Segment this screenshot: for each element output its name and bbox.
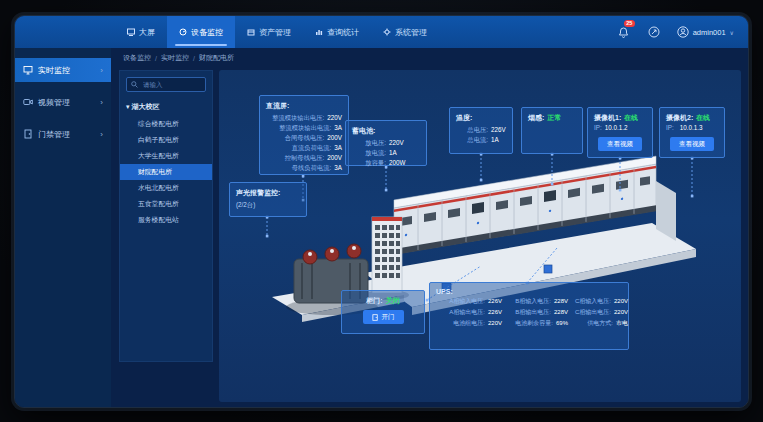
panel-title: 蓄电池: (352, 126, 420, 136)
tab-label: 系统管理 (395, 27, 427, 38)
cabinet-door-panel: 柜门:关闭 开门 (341, 290, 425, 334)
alarm-bell-icon[interactable]: 25 (617, 25, 631, 39)
door-icon (23, 129, 33, 139)
panel-title: 声光报警监控: (236, 188, 300, 198)
view-video-button[interactable]: 查看视频 (670, 137, 714, 151)
search-input[interactable] (141, 80, 201, 89)
tree-item[interactable]: 白鹤子配电所 (120, 132, 212, 148)
field-label: 整流模块输出电压: (266, 113, 324, 123)
panel-title: 直流屏: (266, 101, 342, 111)
field-value: 200W (389, 158, 405, 168)
open-door-button[interactable]: 开门 (363, 310, 404, 324)
field-label: IP: (666, 123, 674, 133)
tab-query-statistics[interactable]: 查询统计 (303, 16, 371, 48)
ups-grid: A相输入电压:226V B相输入电压:228V C相输入电压:220V A相输出… (436, 297, 622, 328)
tab-label: 查询统计 (327, 27, 359, 38)
field-label: 放电流: (352, 148, 386, 158)
room-visualization-canvas: 直流屏: 整流模块输出电压:220V 整流模块输出电流:3A 合闸母线电压:20… (219, 70, 741, 402)
gear-icon (383, 28, 391, 36)
sidebar-item-label: 视频管理 (38, 97, 70, 108)
field-label: 总电流: (456, 135, 488, 145)
field-value: 1A (491, 135, 499, 145)
field-label: 烟感: (528, 113, 544, 123)
tree-item[interactable]: 水电北配电所 (120, 180, 212, 196)
field-value: 226V (488, 308, 502, 317)
field-value: 市电 (616, 319, 628, 328)
field-value: 3A (334, 163, 342, 173)
breadcrumb-item[interactable]: 实时监控 (161, 53, 189, 63)
field-label: 柜门: (366, 296, 382, 306)
field-value: 200V (327, 133, 342, 143)
field-label: B相输出电压: (502, 308, 551, 317)
search-icon (131, 81, 138, 88)
tree-root-node[interactable]: ▾ 湖大校区 (120, 98, 212, 116)
breadcrumb-item[interactable]: 财院配电所 (199, 53, 234, 63)
monitor-icon (179, 28, 187, 36)
realtime-monitor-icon (23, 65, 33, 75)
field-label: A相输出电压: (436, 308, 485, 317)
sidebar-item-label: 实时监控 (38, 65, 70, 76)
tab-system-management[interactable]: 系统管理 (371, 16, 439, 48)
tree-search-box (126, 77, 206, 92)
tab-device-monitoring[interactable]: 设备监控 (167, 16, 235, 48)
status-badge: 在线 (696, 113, 710, 123)
fullscreen-icon[interactable] (647, 25, 661, 39)
field-label: 电池组电压: (436, 319, 485, 328)
tab-dashboard[interactable]: 大屏 (115, 16, 167, 48)
button-label: 开门 (382, 313, 395, 322)
field-value: 220V (614, 308, 628, 317)
left-sidebar: 实时监控 › 视频管理 › 门禁管理 › (15, 48, 111, 407)
field-label: A相输入电压: (436, 297, 485, 306)
view-video-button[interactable]: 查看视频 (598, 137, 642, 151)
dc-screen-panel: 直流屏: 整流模块输出电压:220V 整流模块输出电流:3A 合闸母线电压:20… (259, 95, 349, 175)
sidebar-item-video-management[interactable]: 视频管理 › (15, 90, 111, 114)
field-label: 直流负荷电流: (266, 143, 331, 153)
top-navbar: 大屏 设备监控 资产管理 查询统计 系统管理 25 (15, 16, 748, 48)
field-value: 220V (389, 138, 404, 148)
field-value: 1A (389, 148, 397, 158)
tree-item[interactable]: 大学生配电所 (120, 148, 212, 164)
status-badge: 正常 (547, 113, 561, 123)
field-label: 电池剩余容量: (502, 319, 553, 328)
smoke-sensor-panel: 烟感:正常 (521, 107, 583, 154)
field-value: 200V (327, 153, 342, 163)
field-label: IP: (594, 123, 602, 133)
username-label: admin001 (693, 28, 726, 37)
temperature-panel: 温度: 总电压:226V 总电流:1A (449, 107, 513, 154)
field-label: 供电方式: (568, 319, 613, 328)
tree-item[interactable]: 综合楼配电所 (120, 116, 212, 132)
main-area: 设备监控 / 实时监控 / 财院配电所 ▾ 湖大校区 综合楼配电所 白鹤子配电所… (111, 48, 748, 407)
substation-tree-panel: ▾ 湖大校区 综合楼配电所 白鹤子配电所 大学生配电所 财院配电所 水电北配电所… (119, 70, 213, 362)
tab-asset-management[interactable]: 资产管理 (235, 16, 303, 48)
sound-light-alarm-panel: 声光报警监控: (2/2台) (229, 182, 307, 217)
field-label: 母线负荷电流: (266, 163, 331, 173)
door-open-icon (372, 314, 379, 321)
field-value: 228V (554, 308, 568, 317)
camera2-panel: 摄像机2:在线 IP:10.0.1.3 查看视频 (659, 107, 725, 158)
tree-item[interactable]: 服务楼配电站 (120, 212, 212, 228)
field-value: (2/2台) (236, 200, 255, 210)
field-label: 摄像机2: (666, 113, 693, 123)
screen-icon (127, 28, 135, 36)
chevron-right-icon: › (100, 98, 103, 107)
field-label: B相输入电压: (502, 297, 551, 306)
alarm-count-badge: 25 (624, 20, 635, 27)
user-menu[interactable]: admin001 ∨ (677, 26, 734, 38)
nav-right-tools: 25 admin001 ∨ (617, 16, 734, 48)
sidebar-item-access-control[interactable]: 门禁管理 › (15, 122, 111, 146)
panel-title: 温度: (456, 113, 506, 123)
video-camera-icon (23, 97, 33, 107)
field-value: 228V (554, 297, 568, 306)
tree-item-selected[interactable]: 财院配电所 (120, 164, 212, 180)
breadcrumb-separator: / (193, 55, 195, 62)
chart-icon (315, 28, 323, 36)
tree-item[interactable]: 五食堂配电所 (120, 196, 212, 212)
field-label: 放电压: (352, 138, 386, 148)
sidebar-item-realtime-monitoring[interactable]: 实时监控 › (15, 58, 111, 82)
app-window: 大屏 设备监控 资产管理 查询统计 系统管理 25 (14, 15, 749, 408)
avatar-icon (677, 26, 689, 38)
breadcrumb: 设备监控 / 实时监控 / 财院配电所 (111, 48, 748, 68)
ups-panel: UPS: A相输入电压:226V B相输入电压:228V C相输入电压:220V… (429, 282, 629, 350)
status-badge: 关闭 (386, 296, 400, 306)
breadcrumb-item[interactable]: 设备监控 (123, 53, 151, 63)
